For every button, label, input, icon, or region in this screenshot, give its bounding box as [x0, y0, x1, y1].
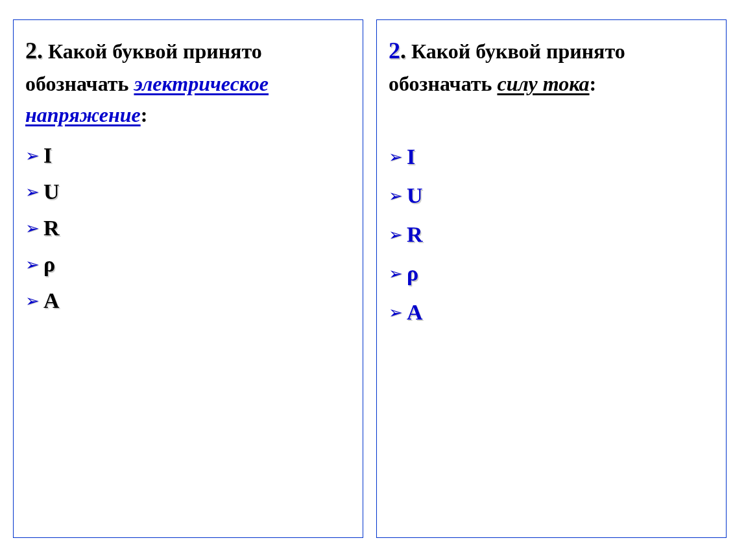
question-number-dot-right: . [400, 38, 406, 64]
option-label: I [43, 143, 52, 168]
bullet-icon: ➢ [389, 303, 403, 323]
question-text-right: 2. Какой буквой принято обозначать силу … [389, 33, 714, 99]
option-item[interactable]: ➢ U [389, 183, 714, 208]
options-list-left: ➢ I ➢ U ➢ R ➢ ρ ➢ A [25, 143, 351, 313]
bullet-icon: ➢ [389, 147, 403, 167]
option-label: R [43, 216, 60, 240]
option-label: ρ [407, 261, 418, 286]
option-item[interactable]: ➢ A [389, 300, 714, 325]
option-item[interactable]: ➢ R [389, 222, 714, 247]
options-list-right: ➢ I ➢ U ➢ R ➢ ρ ➢ A [389, 145, 714, 325]
option-label: R [407, 222, 423, 247]
term-right: силу тока [497, 72, 589, 95]
question-suffix-right: : [590, 72, 597, 95]
option-item[interactable]: ➢ U [25, 180, 351, 204]
option-item[interactable]: ➢ ρ [25, 252, 351, 277]
question-number-left: 2. [25, 38, 43, 64]
bullet-icon: ➢ [25, 255, 40, 275]
option-label: A [407, 300, 423, 325]
bullet-icon: ➢ [25, 182, 40, 202]
option-label: A [43, 288, 60, 313]
left-question-panel: 2. Какой буквой принято обозначать элект… [13, 19, 363, 538]
option-label: I [407, 145, 415, 169]
option-item[interactable]: ➢ R [25, 216, 351, 240]
option-item[interactable]: ➢ A [25, 288, 351, 313]
option-item[interactable]: ➢ I [25, 143, 351, 168]
question-suffix-left: : [141, 103, 148, 126]
bullet-icon: ➢ [25, 146, 40, 166]
quiz-container: 2. Какой буквой принято обозначать элект… [13, 19, 733, 538]
bullet-icon: ➢ [389, 225, 403, 245]
option-item[interactable]: ➢ ρ [389, 261, 714, 286]
bullet-icon: ➢ [389, 264, 403, 284]
right-question-panel: 2. Какой буквой принято обозначать силу … [376, 19, 727, 538]
question-number-right: 2 [389, 38, 400, 64]
question-text-left: 2. Какой буквой принято обозначать элект… [25, 33, 351, 130]
bullet-icon: ➢ [389, 186, 403, 206]
option-label: U [407, 183, 423, 208]
option-item[interactable]: ➢ I [389, 145, 714, 169]
option-label: ρ [43, 252, 55, 277]
option-label: U [43, 180, 60, 204]
bullet-icon: ➢ [25, 291, 40, 311]
bullet-icon: ➢ [25, 218, 40, 239]
